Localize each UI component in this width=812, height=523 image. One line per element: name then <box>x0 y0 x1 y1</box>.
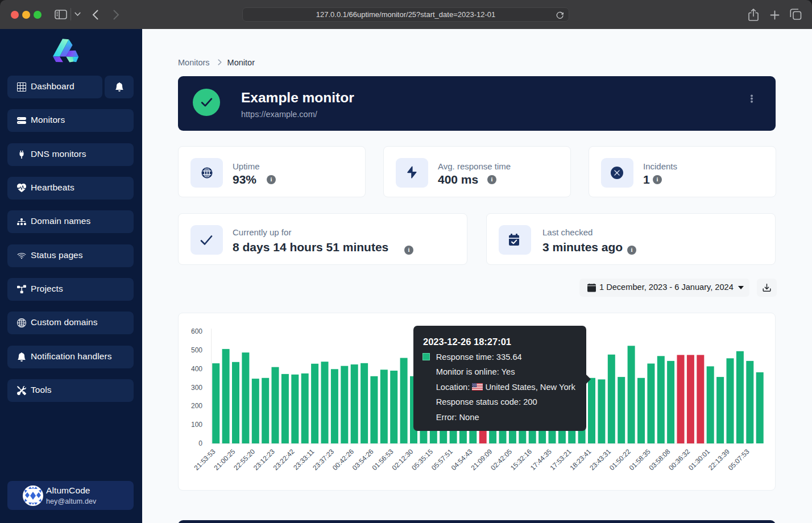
svg-text:02:12:30: 02:12:30 <box>390 447 415 471</box>
svg-text:15:32:16: 15:32:16 <box>509 447 533 471</box>
svg-text:22:55:20: 22:55:20 <box>232 447 256 471</box>
svg-text:01:58:35: 01:58:35 <box>628 447 652 471</box>
svg-text:0: 0 <box>198 439 202 447</box>
svg-text:200: 200 <box>191 402 202 410</box>
svg-text:03:54:26: 03:54:26 <box>351 447 375 471</box>
svg-text:00:36:32: 00:36:32 <box>667 447 691 471</box>
svg-text:17:44:35: 17:44:35 <box>529 447 553 471</box>
svg-text:22:13:39: 22:13:39 <box>707 447 731 471</box>
svg-text:21:53:53: 21:53:53 <box>193 447 217 471</box>
svg-text:21:00:25: 21:00:25 <box>212 447 237 471</box>
svg-text:400: 400 <box>191 364 202 372</box>
svg-text:04:54:43: 04:54:43 <box>450 447 474 471</box>
svg-text:05:35:15: 05:35:15 <box>410 447 434 471</box>
svg-text:500: 500 <box>191 346 202 354</box>
svg-text:00:42:26: 00:42:26 <box>331 447 355 471</box>
svg-text:23:12:23: 23:12:23 <box>252 447 276 471</box>
svg-text:21:09:09: 21:09:09 <box>469 447 494 471</box>
svg-text:23:22:42: 23:22:42 <box>272 447 296 471</box>
svg-text:05:07:53: 05:07:53 <box>727 447 751 471</box>
svg-text:600: 600 <box>191 327 202 335</box>
svg-text:300: 300 <box>191 383 202 391</box>
svg-text:05:57:51: 05:57:51 <box>430 447 454 471</box>
svg-text:01:50:22: 01:50:22 <box>608 447 632 471</box>
svg-text:01:30:01: 01:30:01 <box>687 447 711 471</box>
svg-text:17:53:21: 17:53:21 <box>549 447 573 471</box>
svg-text:01:56:53: 01:56:53 <box>371 447 395 471</box>
svg-text:18:23:41: 18:23:41 <box>568 447 593 471</box>
svg-text:02:42:05: 02:42:05 <box>489 447 513 471</box>
svg-text:23:43:31: 23:43:31 <box>588 447 612 471</box>
svg-text:23:37:23: 23:37:23 <box>311 447 335 471</box>
svg-text:03:58:08: 03:58:08 <box>647 447 672 471</box>
svg-text:100: 100 <box>191 421 202 429</box>
